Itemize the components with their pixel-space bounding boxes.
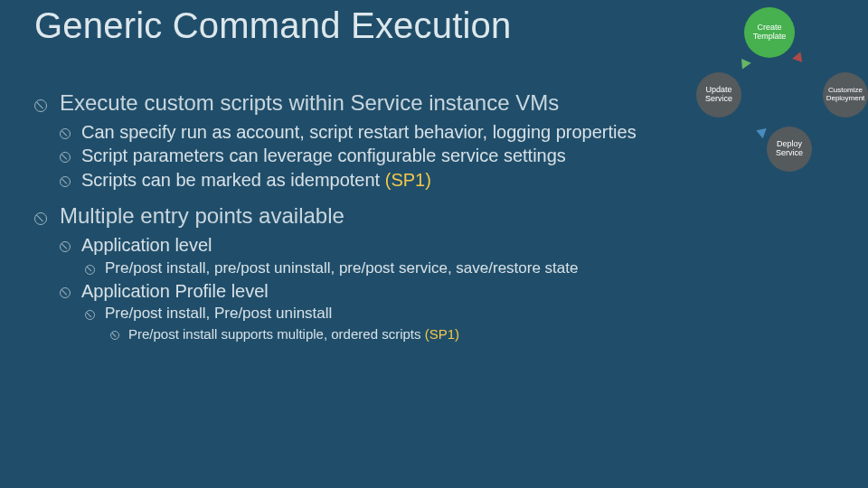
bullet-text: Pre/post install supports multiple, orde… — [128, 326, 425, 342]
bullet-level-2: Can specify run as account, script resta… — [60, 121, 685, 143]
flow-node-deploy-service: DeployService — [767, 127, 812, 172]
arrow-icon — [754, 126, 767, 139]
sp1-tag: (SP1) — [425, 326, 459, 342]
bullet-level-3: Pre/post install, Pre/post uninstall — [85, 304, 685, 324]
slide-body: Execute custom scripts within Service in… — [34, 90, 685, 343]
bullet-level-2: Application Profile level — [60, 280, 685, 302]
slide-title: Generic Command Execution — [34, 5, 511, 46]
bullet-level-3: Pre/post install, pre/post uninstall, pr… — [85, 258, 685, 278]
sp1-tag: (SP1) — [385, 170, 431, 190]
flow-node-update-service: UpdateService — [696, 72, 741, 117]
bullet-level-2: Script parameters can leverage configura… — [60, 145, 685, 166]
arrow-icon — [737, 55, 751, 69]
bullet-level-2: Scripts can be marked as idempotent (SP1… — [60, 169, 685, 191]
flow-node-create-template: CreateTemplate — [744, 7, 795, 58]
bullet-level-1: Execute custom scripts within Service in… — [34, 90, 685, 116]
bullet-text: Scripts can be marked as idempotent — [81, 170, 385, 190]
bullet-level-2: Application level — [60, 234, 685, 256]
arrow-icon — [792, 52, 807, 65]
flow-node-customize-deployment: CustomizeDeployment — [823, 72, 868, 117]
bullet-level-4: Pre/post install supports multiple, orde… — [110, 325, 685, 343]
bullet-level-1: Multiple entry points available — [34, 203, 685, 229]
